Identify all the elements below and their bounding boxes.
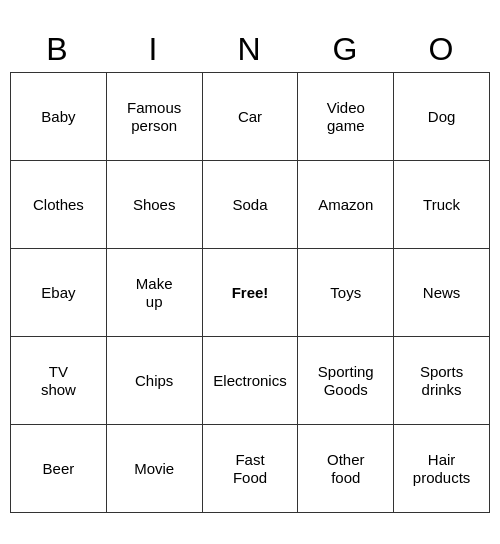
header-letter: N [202,31,298,68]
bingo-cell-r4-c0[interactable]: Beer [11,425,107,513]
bingo-cell-r1-c3[interactable]: Amazon [298,161,394,249]
bingo-header: BINGO [10,31,490,68]
bingo-cell-r0-c1[interactable]: Famousperson [107,73,203,161]
bingo-cell-r1-c0[interactable]: Clothes [11,161,107,249]
bingo-cell-r4-c1[interactable]: Movie [107,425,203,513]
bingo-cell-r4-c2[interactable]: FastFood [203,425,299,513]
bingo-cell-r3-c4[interactable]: Sportsdrinks [394,337,490,425]
bingo-cell-r0-c2[interactable]: Car [203,73,299,161]
bingo-cell-r1-c1[interactable]: Shoes [107,161,203,249]
bingo-cell-r4-c4[interactable]: Hairproducts [394,425,490,513]
bingo-cell-r4-c3[interactable]: Otherfood [298,425,394,513]
bingo-cell-r3-c0[interactable]: TVshow [11,337,107,425]
bingo-cell-r2-c2[interactable]: Free! [203,249,299,337]
bingo-cell-r2-c3[interactable]: Toys [298,249,394,337]
header-letter: B [10,31,106,68]
bingo-cell-r1-c2[interactable]: Soda [203,161,299,249]
bingo-cell-r0-c4[interactable]: Dog [394,73,490,161]
bingo-cell-r2-c1[interactable]: Makeup [107,249,203,337]
bingo-cell-r0-c3[interactable]: Videogame [298,73,394,161]
bingo-cell-r3-c2[interactable]: Electronics [203,337,299,425]
header-letter: O [394,31,490,68]
header-letter: G [298,31,394,68]
bingo-cell-r3-c1[interactable]: Chips [107,337,203,425]
bingo-card: BINGO BabyFamouspersonCarVideogameDogClo… [10,31,490,513]
bingo-cell-r2-c0[interactable]: Ebay [11,249,107,337]
bingo-cell-r3-c3[interactable]: SportingGoods [298,337,394,425]
bingo-cell-r1-c4[interactable]: Truck [394,161,490,249]
header-letter: I [106,31,202,68]
bingo-grid: BabyFamouspersonCarVideogameDogClothesSh… [10,72,490,513]
bingo-cell-r2-c4[interactable]: News [394,249,490,337]
bingo-cell-r0-c0[interactable]: Baby [11,73,107,161]
